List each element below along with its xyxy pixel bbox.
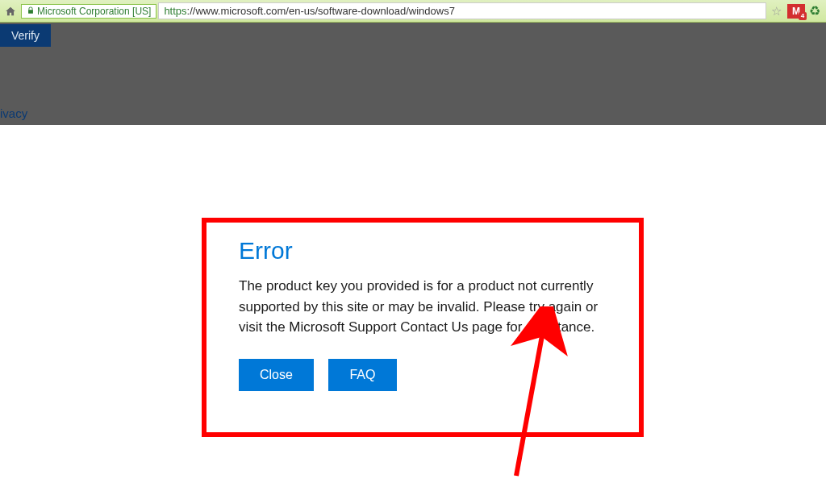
verify-button[interactable]: Verify xyxy=(0,24,51,47)
error-dialog: Error The product key you provided is fo… xyxy=(202,218,644,437)
home-icon[interactable] xyxy=(3,4,18,19)
gmail-extension-icon[interactable]: 4 xyxy=(787,4,805,19)
address-bar: Microsoft Corporation [US] https://www.m… xyxy=(0,0,826,23)
url-input[interactable]: https://www.microsoft.com/en-us/software… xyxy=(158,2,766,19)
url-path: ://www.microsoft.com/en-us/software-down… xyxy=(187,5,455,17)
ssl-badge[interactable]: Microsoft Corporation [US] xyxy=(21,4,156,19)
url-protocol: https xyxy=(164,5,186,17)
error-message: The product key you provided is for a pr… xyxy=(239,276,611,338)
page-dim-overlay: Verify ivacy xyxy=(0,23,826,125)
privacy-link-fragment[interactable]: ivacy xyxy=(0,106,27,120)
close-button[interactable]: Close xyxy=(239,359,314,391)
recycle-extension-icon[interactable]: ♻ xyxy=(809,3,820,19)
content-area: Error The product key you provided is fo… xyxy=(0,125,826,504)
faq-button[interactable]: FAQ xyxy=(328,359,397,391)
dialog-button-row: Close FAQ xyxy=(239,359,611,391)
bookmark-star-icon[interactable]: ☆ xyxy=(768,4,784,19)
error-title: Error xyxy=(239,237,611,264)
gmail-unread-badge: 4 xyxy=(799,12,807,20)
lock-icon xyxy=(27,6,35,16)
ssl-label: Microsoft Corporation [US] xyxy=(37,6,151,17)
